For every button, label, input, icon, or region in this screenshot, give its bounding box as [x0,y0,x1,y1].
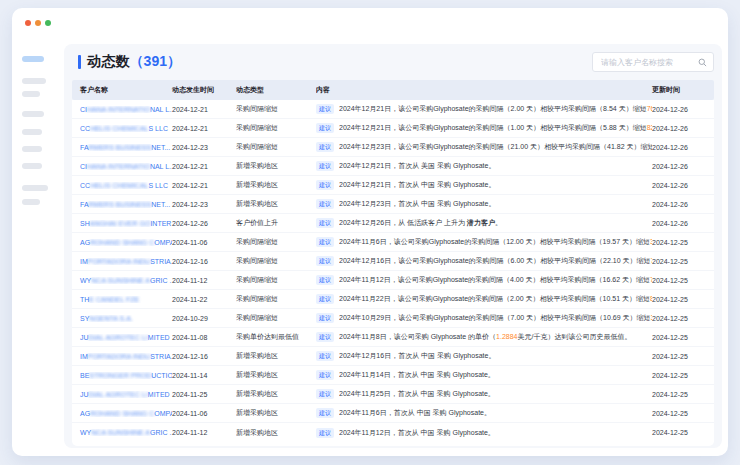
table-row[interactable]: THE CANDEL FZE 2024-11-22 采购间隔缩短 建议 2024… [72,290,714,309]
dynamic-type: 采购单价达到最低值 [236,332,316,342]
dynamic-type: 采购间隔缩短 [236,294,316,304]
col-header-customer-name: 客户名称 [72,85,172,95]
blurred-name-segment: PORTADORA INDU [88,353,150,360]
sidebar-nav-item[interactable] [22,111,44,117]
table-row[interactable]: CIHANA INTERNATIONAL L... 2024-12-21 新增采… [72,157,714,176]
sidebar-nav-item[interactable] [22,146,42,152]
blurred-name-segment: STRONGER PROD [89,372,151,379]
customer-name-link[interactable]: FARMERS BUSINESSNET... [80,144,170,151]
table-row[interactable]: IMPORTADORA INDUSTRIA... 2024-12-16 采购间隔… [72,252,714,271]
dynamic-type: 新增采购地区 [236,199,316,209]
event-date: 2024-12-21 [172,182,236,189]
suggestion-badge: 建议 [316,237,334,247]
table-row[interactable]: AGROHAND SHANG COMPA... 2024-11-06 采购间隔缩… [72,233,714,252]
content-text: 2024年12月21日，首次从 中国 采购 Glyphosate。 [339,180,495,190]
dynamic-type: 新增采购地区 [236,161,316,171]
sidebar-nav-item[interactable] [22,129,42,135]
content-cell: 建议 2024年11月14日，首次从 中国 采购 Glyphosate。 [316,370,652,380]
table-row[interactable]: WYNCA SUNSHINE AGRIC ... 2024-11-12 新增采购… [72,423,714,442]
event-date: 2024-11-12 [172,429,236,436]
sidebar-nav-item-active[interactable] [22,56,44,62]
event-date: 2024-12-21 [172,106,236,113]
customer-search-box[interactable] [592,52,714,72]
col-header-dynamic-type: 动态类型 [236,85,316,95]
customer-name-cell: WYNCA SUNSHINE AGRIC ... [72,277,172,284]
customer-name-link[interactable]: JUDIAL AGROTEC LIMITED [80,391,170,398]
table-row[interactable]: JUDIAL AGROTEC LIMITED 2024-11-25 新增采购地区… [72,385,714,404]
event-date: 2024-11-08 [172,334,236,341]
dynamic-type: 新增采购地区 [236,351,316,361]
content-text: 2024年11月12日，首次从 中国 采购 Glyphosate。 [339,428,495,438]
table-row[interactable]: BESTRONGER PRODUCTIO... 2024-11-14 新增采购地… [72,366,714,385]
customer-name-link[interactable]: THE CANDEL FZE [80,296,139,303]
update-date: 2024-12-25 [652,391,714,398]
customer-name-link[interactable]: WYNCA SUNSHINE AGRIC ... [80,277,172,284]
customer-name-cell: CCHELIS CHEMICALS LLC [72,182,172,189]
table-row[interactable]: WYNCA SUNSHINE AGRIC ... 2024-11-12 采购间隔… [72,271,714,290]
suggestion-badge: 建议 [316,142,334,152]
customer-name-link[interactable]: CCHELIS CHEMICALS LLC [80,125,168,132]
maximize-window-icon[interactable] [45,20,51,26]
customer-name-link[interactable]: AGROHAND SHANG COMPA... [80,239,172,246]
col-header-update-time: 更新时间 [652,85,714,95]
content-text: 2024年11月14日，首次从 中国 采购 Glyphosate。 [339,370,495,380]
customer-name-link[interactable]: SYNGENTA S.A. [80,315,133,322]
content-cell: 建议 2024年12月21日，首次从 美国 采购 Glyphosate。 [316,161,652,171]
blurred-name-segment: HANA INTERNATIO [87,163,150,170]
minimize-window-icon[interactable] [35,20,41,26]
table-row[interactable]: CIHANA INTERNATIONAL L... 2024-12-21 采购间… [72,100,714,119]
event-date: 2024-10-29 [172,315,236,322]
table-row[interactable]: SHANGHAI EVER GOINTER... 2024-12-26 客户价值… [72,214,714,233]
blurred-name-segment: ROHAND SHANG C [90,410,154,417]
sidebar-nav-item[interactable] [22,199,40,205]
close-window-icon[interactable] [25,20,31,26]
table-row[interactable]: JUDIAL AGROTEC LIMITED 2024-11-08 采购单价达到… [72,328,714,347]
suggestion-badge: 建议 [316,180,334,190]
table-row[interactable]: IMPORTADORA INDUSTRIA... 2024-12-16 新增采购… [72,347,714,366]
sidebar-nav-item[interactable] [22,185,48,191]
update-date: 2024-12-25 [652,372,714,379]
content-cell: 建议 2024年12月21日，该公司采购Glyphosate的采购间隔（1.00… [316,123,652,133]
table-row[interactable]: AGROHAND SHANG COMPA... 2024-11-06 新增采购地… [72,404,714,423]
search-input[interactable] [599,57,698,68]
event-date: 2024-12-23 [172,201,236,208]
update-date: 2024-12-25 [652,296,714,303]
dynamic-type: 采购间隔缩短 [236,313,316,323]
table-row[interactable]: FARMERS BUSINESSNET... 2024-12-23 采购间隔缩短… [72,138,714,157]
customer-name-link[interactable]: IMPORTADORA INDUSTRIA... [80,353,172,360]
customer-name-link[interactable]: AGROHAND SHANG COMPA... [80,410,172,417]
customer-name-link[interactable]: JUDIAL AGROTEC LIMITED [80,334,170,341]
sidebar-nav [12,38,64,456]
customer-name-link[interactable]: FARMERS BUSINESSNET... [80,201,170,208]
sidebar-nav-item[interactable] [22,91,40,97]
content-text: 2024年12月23日，首次从 中国 采购 Glyphosate。 [339,199,495,209]
event-date: 2024-11-12 [172,277,236,284]
blurred-name-segment: DIAL AGROTEC LI [89,391,148,398]
customer-name-link[interactable]: WYNCA SUNSHINE AGRIC ... [80,429,172,436]
update-date: 2024-12-25 [652,239,714,246]
dynamic-type: 采购间隔缩短 [236,142,316,152]
table-row[interactable]: SYNGENTA S.A. 2024-10-29 采购间隔缩短 建议 2024年… [72,309,714,328]
update-date: 2024-12-25 [652,410,714,417]
customer-name-link[interactable]: BESTRONGER PRODUCTIO... [80,372,172,379]
search-icon[interactable] [698,58,707,67]
suggestion-badge: 建议 [316,256,334,266]
customer-name-link[interactable]: SHANGHAI EVER GOINTER... [80,220,172,227]
content-text: 2024年12月21日，该公司采购Glyphosate的采购间隔（1.00 天）… [339,123,652,133]
content-text: 2024年12月21日，该公司采购Glyphosate的采购间隔（2.00 天）… [339,104,652,114]
customer-name-link[interactable]: CCHELIS CHEMICALS LLC [80,182,168,189]
sidebar-nav-item[interactable] [22,78,46,84]
customer-name-cell: CCHELIS CHEMICALS LLC [72,125,172,132]
sidebar-nav-item[interactable] [22,163,42,169]
customer-name-link[interactable]: IMPORTADORA INDUSTRIA... [80,258,172,265]
content-cell: 建议 2024年12月23日，首次从 中国 采购 Glyphosate。 [316,199,652,209]
table-row[interactable]: FARMERS BUSINESSNET... 2024-12-23 新增采购地区… [72,195,714,214]
dynamic-type: 新增采购地区 [236,389,316,399]
table-row[interactable]: CCHELIS CHEMICALS LLC 2024-12-21 采购间隔缩短 … [72,119,714,138]
customer-name-cell: CIHANA INTERNATIONAL L... [72,163,172,170]
dynamic-type: 采购间隔缩短 [236,237,316,247]
content-cell: 建议 2024年11月12日，该公司采购Glyphosate的采购间隔（4.00… [316,275,652,285]
customer-name-link[interactable]: CIHANA INTERNATIONAL L... [80,106,172,113]
customer-name-link[interactable]: CIHANA INTERNATIONAL L... [80,163,172,170]
table-row[interactable]: CCHELIS CHEMICALS LLC 2024-12-21 新增采购地区 … [72,176,714,195]
